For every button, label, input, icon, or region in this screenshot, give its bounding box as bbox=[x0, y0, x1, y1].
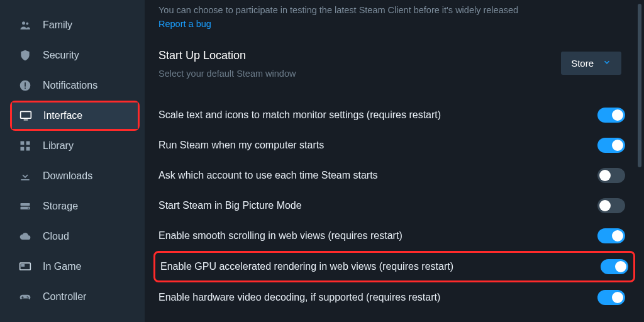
chevron-down-icon bbox=[602, 58, 611, 69]
sidebar-item-controller[interactable]: Controller bbox=[0, 282, 145, 312]
toggle-knob bbox=[599, 200, 611, 211]
sidebar-item-family[interactable]: Family bbox=[0, 10, 145, 40]
sidebar-item-ingame[interactable]: In Game bbox=[0, 252, 145, 282]
beta-intro: You can choose to participate in testing… bbox=[158, 4, 630, 31]
setting-label: Start Steam in Big Picture Mode bbox=[158, 200, 302, 211]
setting-toggle[interactable] bbox=[597, 108, 625, 123]
sidebar-item-label: Downloads bbox=[43, 170, 92, 182]
sidebar-item-library[interactable]: Library bbox=[0, 131, 145, 161]
sidebar-item-label: Library bbox=[43, 140, 74, 152]
setting-row: Enable hardware video decoding, if suppo… bbox=[158, 282, 630, 313]
sidebar-item-security[interactable]: Security bbox=[0, 40, 145, 70]
setting-row: Scale text and icons to match monitor se… bbox=[158, 100, 630, 130]
sidebar-item-label: Interface bbox=[43, 110, 82, 121]
settings-window: FamilySecurityNotificationsInterfaceLibr… bbox=[0, 0, 644, 322]
setting-row: Ask which account to use each time Steam… bbox=[158, 160, 630, 191]
sidebar: FamilySecurityNotificationsInterfaceLibr… bbox=[0, 0, 145, 322]
setting-toggle[interactable] bbox=[597, 228, 625, 243]
sidebar-item-label: Notifications bbox=[43, 80, 97, 91]
overlay-icon bbox=[19, 260, 31, 273]
setting-toggle[interactable] bbox=[601, 259, 628, 274]
main-panel: You can choose to participate in testing… bbox=[145, 0, 644, 322]
startup-location-sub: Select your default Steam window bbox=[158, 69, 630, 79]
sidebar-item-interface[interactable]: Interface bbox=[12, 103, 138, 129]
settings-list: Scale text and icons to match monitor se… bbox=[158, 100, 630, 313]
report-bug-link[interactable]: Report a bug bbox=[158, 19, 211, 29]
drive-icon bbox=[19, 200, 31, 213]
setting-label: Scale text and icons to match monitor se… bbox=[158, 109, 441, 121]
setting-toggle[interactable] bbox=[597, 290, 625, 305]
beta-intro-text: You can choose to participate in testing… bbox=[158, 5, 518, 15]
sidebar-item-label: Family bbox=[43, 19, 72, 31]
sidebar-item-storage[interactable]: Storage bbox=[0, 191, 145, 221]
toggle-knob bbox=[599, 170, 611, 181]
setting-row: Run Steam when my computer starts bbox=[158, 130, 630, 160]
sidebar-item-notifications[interactable]: Notifications bbox=[0, 70, 145, 101]
toggle-knob bbox=[612, 230, 623, 242]
setting-toggle[interactable] bbox=[597, 168, 625, 183]
family-icon bbox=[19, 19, 31, 31]
setting-label: Run Steam when my computer starts bbox=[158, 140, 324, 151]
startup-location-select[interactable]: Store bbox=[561, 52, 621, 75]
sidebar-item-label: Controller bbox=[43, 291, 86, 303]
sidebar-highlight: Interface bbox=[10, 101, 140, 131]
grid-icon bbox=[19, 140, 31, 152]
toggle-knob bbox=[615, 261, 626, 272]
toggle-knob bbox=[612, 292, 623, 303]
sidebar-item-downloads[interactable]: Downloads bbox=[0, 161, 145, 191]
sidebar-item-label: In Game bbox=[43, 261, 81, 272]
setting-label: Enable GPU accelerated rendering in web … bbox=[160, 261, 453, 272]
cloud-icon bbox=[19, 230, 31, 243]
sidebar-item-cloud[interactable]: Cloud bbox=[0, 221, 145, 252]
scrollbar-thumb[interactable] bbox=[638, 4, 641, 167]
startup-location-value: Store bbox=[571, 58, 594, 69]
setting-label: Ask which account to use each time Steam… bbox=[158, 170, 378, 181]
setting-row: Start Steam in Big Picture Mode bbox=[158, 191, 630, 221]
monitor-icon bbox=[19, 109, 32, 122]
setting-row: Enable GPU accelerated rendering in web … bbox=[153, 251, 635, 282]
shield-icon bbox=[19, 49, 31, 62]
scrollbar[interactable] bbox=[638, 4, 641, 318]
download-icon bbox=[19, 170, 31, 182]
sidebar-item-label: Storage bbox=[43, 201, 78, 212]
sidebar-item-label: Cloud bbox=[43, 231, 69, 242]
toggle-knob bbox=[612, 109, 623, 121]
sidebar-item-label: Security bbox=[43, 50, 79, 61]
setting-label: Enable smooth scrolling in web views (re… bbox=[158, 230, 402, 242]
toggle-knob bbox=[612, 140, 623, 151]
setting-row: Enable smooth scrolling in web views (re… bbox=[158, 221, 630, 251]
setting-toggle[interactable] bbox=[597, 198, 625, 213]
gamepad-icon bbox=[19, 291, 31, 303]
alert-icon bbox=[19, 79, 31, 92]
setting-toggle[interactable] bbox=[597, 138, 625, 153]
setting-label: Enable hardware video decoding, if suppo… bbox=[158, 292, 440, 303]
startup-location-title: Start Up Location bbox=[158, 49, 630, 62]
